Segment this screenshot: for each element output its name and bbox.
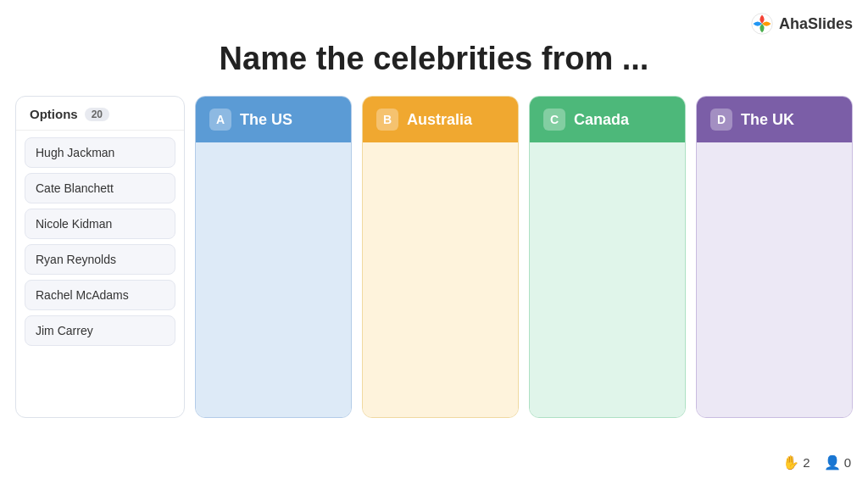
footer: ✋ 2 👤 0 — [782, 454, 851, 471]
category-col-a[interactable]: AThe US — [195, 96, 352, 418]
category-body-d[interactable] — [697, 142, 852, 417]
category-body-c[interactable] — [530, 142, 685, 417]
option-item[interactable]: Rachel McAdams — [25, 280, 175, 310]
category-label-c: Canada — [574, 111, 629, 129]
category-header-a: AThe US — [196, 97, 351, 142]
category-label-b: Australia — [407, 111, 472, 129]
category-label-a: The US — [240, 111, 292, 129]
category-letter-d: D — [710, 109, 732, 131]
options-list[interactable]: Hugh JackmanCate BlanchettNicole KidmanR… — [16, 131, 184, 417]
option-item[interactable]: Nicole Kidman — [25, 209, 175, 239]
option-item[interactable]: Cate Blanchett — [25, 173, 175, 203]
category-header-d: DThe UK — [697, 97, 852, 142]
categories-container: AThe USBAustraliaCCanadaDThe UK — [195, 96, 853, 418]
category-header-c: CCanada — [530, 97, 685, 142]
category-label-d: The UK — [741, 111, 794, 129]
category-col-d[interactable]: DThe UK — [696, 96, 853, 418]
options-count: 20 — [85, 108, 109, 121]
options-panel: Options 20 Hugh JackmanCate BlanchettNic… — [15, 96, 185, 418]
logo-area: AhaSlides — [750, 12, 853, 36]
category-letter-b: B — [376, 109, 398, 131]
option-item[interactable]: Jim Carrey — [25, 315, 175, 346]
options-header: Options 20 — [16, 97, 184, 131]
raise-hand-count: 2 — [803, 455, 810, 470]
participants-icon: 👤 — [824, 454, 841, 471]
options-label: Options — [30, 107, 78, 121]
raise-hand-icon: ✋ — [782, 454, 799, 471]
main-area: Options 20 Hugh JackmanCate BlanchettNic… — [0, 96, 868, 418]
category-letter-c: C — [543, 109, 565, 131]
category-col-c[interactable]: CCanada — [529, 96, 686, 418]
category-col-b[interactable]: BAustralia — [362, 96, 519, 418]
category-letter-a: A — [209, 109, 231, 131]
option-item[interactable]: Hugh Jackman — [25, 137, 175, 168]
option-item[interactable]: Ryan Reynolds — [25, 244, 175, 275]
ahaslides-logo-icon — [750, 12, 774, 36]
logo-text: AhaSlides — [779, 15, 853, 33]
category-body-a[interactable] — [196, 142, 351, 417]
category-body-b[interactable] — [363, 142, 518, 417]
page-title: Name the celebrities from ... — [0, 0, 868, 96]
raise-hand-stat: ✋ 2 — [782, 454, 810, 471]
participants-stat: 👤 0 — [824, 454, 851, 471]
participants-count: 0 — [844, 455, 851, 470]
category-header-b: BAustralia — [363, 97, 518, 142]
